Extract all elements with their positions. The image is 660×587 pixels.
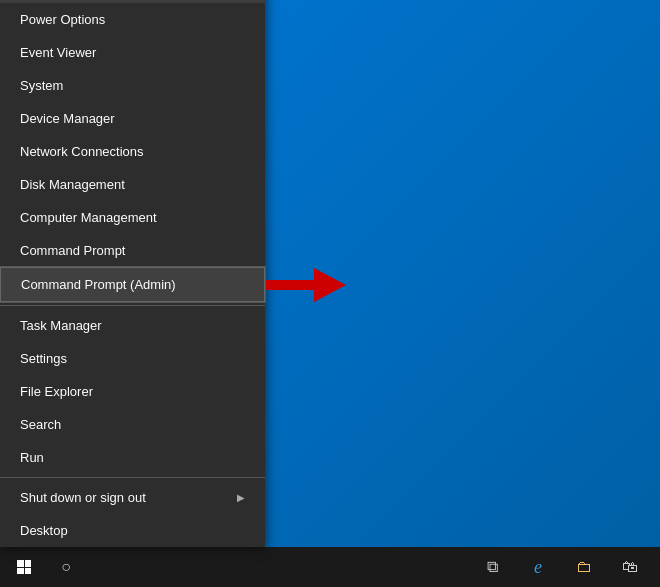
menu-item-device-manager[interactable]: Device Manager bbox=[0, 102, 265, 135]
menu-item-computer-management[interactable]: Computer Management bbox=[0, 201, 265, 234]
taskbar-store-button[interactable]: 🛍 bbox=[608, 547, 652, 587]
menu-item-disk-management[interactable]: Disk Management bbox=[0, 168, 265, 201]
windows-logo-icon bbox=[17, 560, 31, 574]
taskbar: ○ ⧉ e 🗀 🛍 bbox=[0, 547, 660, 587]
taskbar-file-explorer-button[interactable]: 🗀 bbox=[562, 547, 606, 587]
menu-item-shut-down[interactable]: Shut down or sign out ▶ bbox=[0, 481, 265, 514]
start-button[interactable] bbox=[0, 547, 48, 587]
menu-item-system[interactable]: System bbox=[0, 69, 265, 102]
store-icon: 🛍 bbox=[622, 558, 638, 576]
taskbar-search-button[interactable]: ○ bbox=[48, 547, 84, 587]
menu-item-task-manager[interactable]: Task Manager bbox=[0, 309, 265, 342]
taskbar-task-view-button[interactable]: ⧉ bbox=[470, 547, 514, 587]
menu-item-event-viewer[interactable]: Event Viewer bbox=[0, 36, 265, 69]
svg-marker-1 bbox=[314, 268, 346, 302]
submenu-chevron-icon: ▶ bbox=[237, 492, 245, 503]
divider-1 bbox=[0, 305, 265, 306]
taskbar-edge-button[interactable]: e bbox=[516, 547, 560, 587]
search-icon: ○ bbox=[61, 558, 71, 576]
folder-icon: 🗀 bbox=[576, 558, 592, 576]
svg-rect-0 bbox=[266, 280, 318, 290]
divider-2 bbox=[0, 477, 265, 478]
menu-item-search[interactable]: Search bbox=[0, 408, 265, 441]
menu-item-run[interactable]: Run bbox=[0, 441, 265, 474]
menu-item-desktop[interactable]: Desktop bbox=[0, 514, 265, 547]
menu-item-power-options[interactable]: Power Options bbox=[0, 3, 265, 36]
taskbar-icons-group: ⧉ e 🗀 🛍 bbox=[470, 547, 660, 587]
menu-item-command-prompt[interactable]: Command Prompt bbox=[0, 234, 265, 267]
menu-item-network-connections[interactable]: Network Connections bbox=[0, 135, 265, 168]
red-arrow-indicator bbox=[266, 268, 346, 302]
menu-item-file-explorer[interactable]: File Explorer bbox=[0, 375, 265, 408]
desktop: Apps and Features Power Options Event Vi… bbox=[0, 0, 660, 587]
menu-item-command-prompt-admin[interactable]: Command Prompt (Admin) bbox=[0, 267, 265, 302]
task-view-icon: ⧉ bbox=[487, 558, 498, 576]
menu-item-settings[interactable]: Settings bbox=[0, 342, 265, 375]
edge-browser-icon: e bbox=[534, 557, 542, 578]
context-menu: Apps and Features Power Options Event Vi… bbox=[0, 0, 265, 547]
